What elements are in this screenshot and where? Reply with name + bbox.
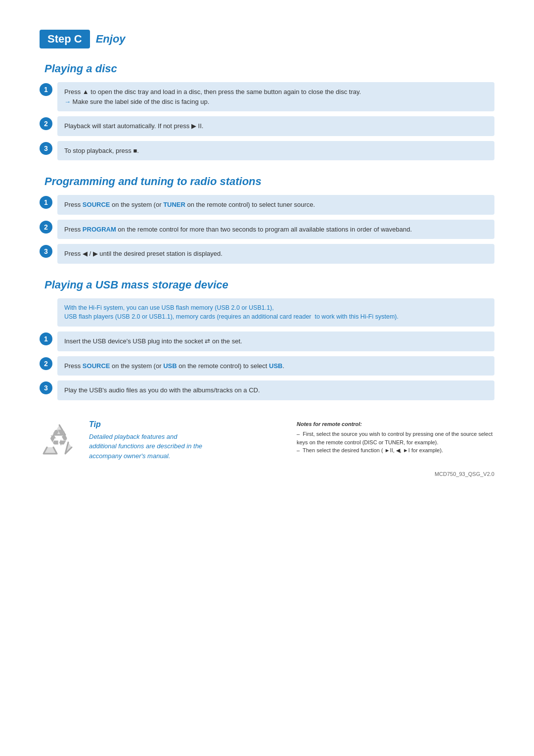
model-number: MCD750_93_QSG_V2.0 [435, 471, 494, 477]
tip-content: Tip Detailed playback features and addit… [89, 420, 287, 461]
step-number-2: 2 [40, 117, 52, 130]
step-box-3: Press ◀ / ▶ until the desired preset sta… [57, 244, 494, 264]
section-programming-tuning: Programming and tuning to radio stations… [40, 175, 494, 264]
step-row: 1 Press ▲ to open the disc tray and load… [40, 82, 494, 111]
step-box-3: To stop playback, press ■. [57, 141, 494, 161]
tip-text: Detailed playback features and additiona… [89, 432, 287, 461]
step-label: Enjoy [96, 33, 126, 46]
notes-text: – First, select the source you wish to c… [297, 430, 494, 455]
step-box-2: Press SOURCE on the system (or USB on th… [57, 356, 494, 376]
step-row: 1 Insert the USB device's USB plug into … [40, 331, 494, 351]
step-badge: Step C [40, 30, 90, 48]
step-number-3: 3 [40, 142, 52, 155]
step-box-2: Playback will start automatically. If no… [57, 116, 494, 136]
step-box-1: Press ▲ to open the disc tray and load i… [57, 82, 494, 111]
step-number-2: 2 [40, 221, 52, 234]
section-title-playing-disc: Playing a disc [44, 62, 494, 75]
step-row: 3 To stop playback, press ■. [40, 141, 494, 161]
step-number-1: 1 [40, 196, 52, 209]
notes-title: Notes for remote control: [297, 420, 494, 428]
tip-notes: Notes for remote control: – First, selec… [297, 420, 494, 461]
step-row: 2 Playback will start automatically. If … [40, 116, 494, 136]
usb-intro-text: With the Hi-Fi system, you can use USB f… [57, 298, 494, 327]
footer: MCD750_93_QSG_V2.0 [40, 471, 494, 477]
arrow-icon: → [64, 98, 71, 105]
step-number-1: 1 [40, 332, 52, 345]
recycle-icon: ♻ [40, 420, 79, 461]
step-box-1: Insert the USB device's USB plug into th… [57, 331, 494, 351]
section-playing-disc: Playing a disc 1 Press ▲ to open the dis… [40, 62, 494, 160]
step-row: 1 Press SOURCE on the system (or TUNER o… [40, 195, 494, 215]
step-row: 2 Press SOURCE on the system (or USB on … [40, 356, 494, 376]
step-header: Step C Enjoy [40, 30, 494, 48]
step-number-2: 2 [40, 357, 52, 370]
section-title-programming: Programming and tuning to radio stations [44, 175, 494, 188]
step-number-3: 3 [40, 381, 52, 394]
svg-text:♻: ♻ [48, 425, 69, 451]
section-playing-usb: Playing a USB mass storage device With t… [40, 279, 494, 400]
step-row: 2 Press PROGRAM on the remote control fo… [40, 220, 494, 239]
step-box-3: Play the USB's audio files as you do wit… [57, 380, 494, 400]
step-number-1: 1 [40, 83, 52, 96]
step-row: 3 Play the USB's audio files as you do w… [40, 380, 494, 400]
section-title-usb: Playing a USB mass storage device [44, 279, 494, 291]
step-box-2: Press PROGRAM on the remote control for … [57, 220, 494, 239]
step-number-3: 3 [40, 245, 52, 258]
step-row: 3 Press ◀ / ▶ until the desired preset s… [40, 244, 494, 264]
step-box-1: Press SOURCE on the system (or TUNER on … [57, 195, 494, 215]
tip-area: ♻ Tip Detailed playback features and add… [40, 415, 494, 461]
tip-title: Tip [89, 420, 287, 429]
